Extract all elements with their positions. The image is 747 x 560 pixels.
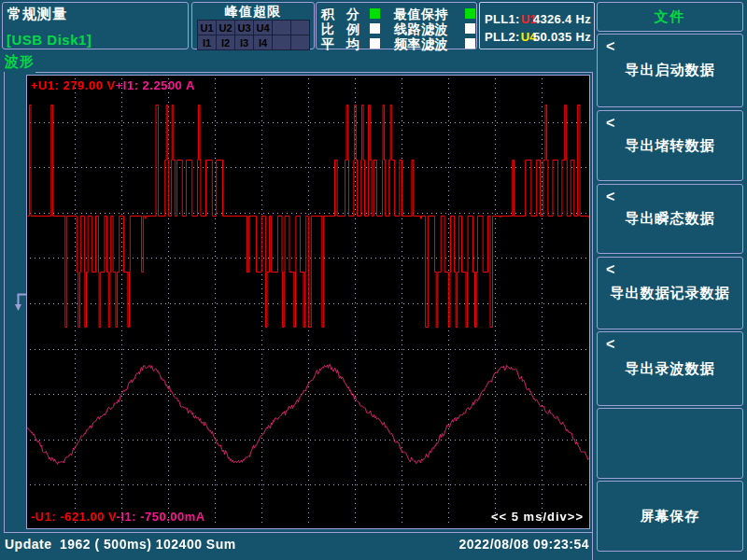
power-analyzer-screen: 常规测量 [USB Disk1] 峰值超限 U1 U2 U3 U4 I1 I2 … — [0, 0, 747, 560]
button-label: 导出瞬态数据 — [626, 210, 715, 228]
average-label: 均 — [346, 36, 359, 53]
peak-cell-empty — [291, 35, 309, 49]
peak-cell-i1: I1 — [198, 35, 216, 49]
i1-peak-bottom-label: -I1: -750.00mA — [117, 510, 205, 524]
export-stall-data-button[interactable]: < 导出堵转数据 — [597, 110, 743, 181]
empty-softkey — [597, 408, 743, 479]
integration-indicator — [370, 8, 380, 19]
back-arrow-icon: < — [606, 38, 615, 55]
button-label: 导出录波数据 — [626, 360, 715, 378]
peak-cell-u3: U3 — [235, 21, 253, 35]
file-menu-title[interactable]: 文件 — [597, 2, 743, 32]
button-label: 导出数据记录数据 — [611, 285, 730, 302]
toggle-row-integration: 积 分 最值保持 — [317, 7, 476, 21]
pll1-label: PLL1: — [485, 12, 520, 26]
panel-border — [4, 72, 5, 532]
peak-cell-u2: U2 — [217, 21, 234, 35]
mode-panel: 常规测量 [USB Disk1] — [2, 2, 189, 49]
ratio-indicator — [370, 23, 380, 34]
peak-cell-empty — [273, 35, 290, 49]
u1-peak-bottom-label: -U1: -621.00 V — [31, 510, 117, 524]
time-div-label: << 5 ms/div>> — [491, 510, 584, 524]
peak-cell-empty — [291, 21, 309, 35]
peak-top-labels: +U1: 279.00 V+I1: 2.2500 A — [31, 78, 195, 92]
average-indicator — [370, 38, 380, 49]
button-label: 屏幕保存 — [641, 508, 700, 525]
usb-disk-status: [USB Disk1] — [7, 32, 92, 48]
frequency-filter-label: 频率滤波 — [394, 36, 448, 53]
button-label: 导出启动数据 — [626, 62, 715, 79]
peak-cell-i2: I2 — [217, 35, 234, 49]
back-arrow-icon: < — [606, 261, 615, 278]
u1-peak-top-label: +U1: 279.00 V — [31, 78, 116, 92]
waveform-canvas — [27, 76, 589, 528]
peak-cell-u4: U4 — [254, 21, 272, 35]
toggle-row-average: 平 均 频率滤波 — [317, 36, 476, 50]
frequency-filter-indicator — [465, 38, 475, 49]
line-filter-indicator — [465, 23, 475, 34]
max-hold-indicator — [465, 8, 475, 19]
status-datetime: 2022/08/08 09:23:54 — [374, 537, 589, 552]
peak-bottom-labels: -U1: -621.00 V-I1: -750.00mA — [31, 510, 205, 524]
pll1-row: PLL1:U1 4326.4 Hz — [485, 12, 591, 28]
export-startup-data-button[interactable]: < 导出启动数据 — [597, 34, 743, 107]
back-arrow-icon: < — [606, 336, 615, 353]
peak-cell-i3: I3 — [235, 35, 253, 49]
button-label: 导出堵转数据 — [626, 137, 715, 155]
export-transient-data-button[interactable]: < 导出瞬态数据 — [597, 184, 743, 254]
status-update-label: Update — [5, 537, 51, 552]
toggle-row-ratio: 比 例 线路滤波 — [317, 21, 476, 35]
back-arrow-icon: < — [606, 115, 615, 132]
pll-panel: PLL1:U1 4326.4 Hz PLL2:U4 50.035 Hz — [479, 2, 595, 49]
export-data-record-button[interactable]: < 导出数据记录数据 — [597, 257, 743, 329]
peak-cell-u1: U1 — [198, 21, 216, 35]
peak-cell-i4: I4 — [254, 35, 272, 49]
panel-border — [35, 72, 593, 73]
screen-save-button[interactable]: 屏幕保存 — [597, 481, 743, 552]
pll1-value: 4326.4 Hz — [533, 12, 591, 26]
peak-over-limit-panel: 峰值超限 U1 U2 U3 U4 I1 I2 I3 I4 — [191, 2, 315, 49]
average-label: 平 — [321, 36, 334, 53]
measurement-mode-title: 常规测量 — [7, 6, 67, 23]
peak-over-limit-grid: U1 U2 U3 U4 I1 I2 I3 I4 — [197, 20, 310, 50]
pll2-label: PLL2: — [485, 30, 520, 44]
back-arrow-icon: < — [606, 189, 615, 205]
pll2-row: PLL2:U4 50.035 Hz — [485, 30, 591, 46]
peak-over-limit-title: 峰值超限 — [192, 4, 314, 21]
trigger-position-marker — [15, 292, 28, 312]
peak-cell-empty — [273, 21, 290, 35]
panel-border — [4, 532, 593, 533]
panel-border — [592, 72, 593, 560]
i1-peak-top-label: +I1: 2.2500 A — [116, 78, 195, 92]
export-waveform-record-button[interactable]: < 导出录波数据 — [597, 331, 743, 406]
waveform-panel-label: 波形 — [5, 53, 35, 71]
status-sample-info: 1962 ( 500ms) 102400 Sum — [60, 537, 236, 552]
measurement-options-panel: 积 分 最值保持 比 例 线路滤波 平 均 频率滤波 — [316, 2, 477, 49]
waveform-scope: +U1: 279.00 V+I1: 2.2500 A -U1: -621.00 … — [26, 75, 590, 529]
pll2-value: 50.035 Hz — [533, 30, 591, 44]
